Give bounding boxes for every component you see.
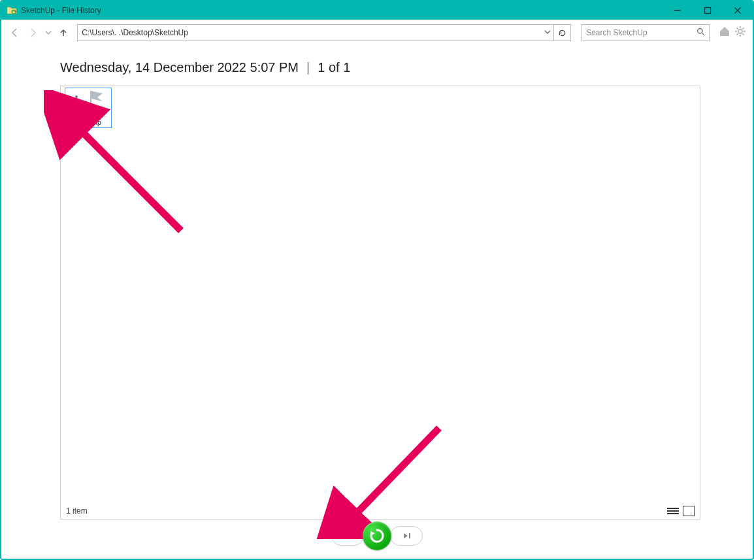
svg-point-5 — [698, 29, 702, 33]
address-path-text: C:\Users\. .\Desktop\SketchUp — [82, 28, 188, 37]
status-bar: 1 item — [66, 506, 695, 516]
next-version-button[interactable] — [390, 526, 423, 546]
toolbar-right — [719, 25, 746, 40]
search-placeholder: Search SketchUp — [586, 28, 647, 37]
version-timestamp: Wednesday, 14 December 2022 5:07 PM — [60, 60, 299, 75]
window-title: SketchUp - File History — [21, 6, 101, 15]
address-dropdown-icon[interactable] — [544, 29, 551, 37]
nav-toolbar: C:\Users\. .\Desktop\SketchUp Search Ske… — [1, 20, 753, 46]
search-input[interactable]: Search SketchUp — [582, 24, 710, 41]
maximize-button[interactable] — [693, 1, 723, 20]
address-bar[interactable]: C:\Users\. .\Desktop\SketchUp — [77, 24, 554, 41]
minimize-button[interactable] — [663, 1, 693, 20]
restore-button[interactable] — [363, 521, 391, 550]
previous-version-button[interactable] — [331, 526, 364, 546]
svg-rect-17 — [76, 98, 78, 105]
version-header: Wednesday, 14 December 2022 5:07 PM | 1 … — [60, 60, 700, 75]
version-position: 1 of 1 — [318, 60, 350, 75]
svg-line-6 — [702, 33, 704, 35]
header-separator: | — [306, 60, 310, 75]
svg-rect-19 — [76, 105, 77, 110]
svg-line-14 — [736, 34, 738, 35]
home-icon[interactable] — [719, 25, 730, 40]
up-button[interactable] — [57, 25, 71, 40]
svg-point-16 — [75, 95, 78, 98]
view-details-button[interactable] — [667, 506, 679, 516]
search-icon — [697, 27, 705, 38]
gear-icon[interactable] — [734, 25, 746, 40]
back-button[interactable] — [8, 25, 22, 40]
refresh-button[interactable] — [554, 24, 571, 41]
title-bar: SketchUp - File History — [1, 1, 753, 20]
close-button[interactable] — [723, 1, 753, 20]
svg-rect-18 — [75, 105, 76, 110]
svg-line-13 — [742, 34, 744, 35]
view-large-icons-button[interactable] — [683, 506, 695, 516]
file-item[interactable]: Test.skp — [65, 88, 112, 128]
item-count: 1 item — [66, 506, 88, 516]
file-list-pane[interactable]: Test.skp 1 item — [60, 86, 700, 519]
file-thumbnail — [70, 91, 107, 117]
svg-rect-2 — [705, 8, 711, 14]
file-name: Test.skp — [75, 118, 101, 126]
forward-button[interactable] — [26, 25, 41, 40]
history-nav-controls — [1, 519, 753, 559]
svg-point-7 — [738, 29, 742, 33]
app-icon — [7, 5, 17, 16]
window-controls — [663, 1, 753, 20]
recent-dropdown[interactable] — [44, 25, 53, 40]
svg-line-15 — [742, 28, 744, 29]
svg-line-12 — [736, 28, 738, 29]
